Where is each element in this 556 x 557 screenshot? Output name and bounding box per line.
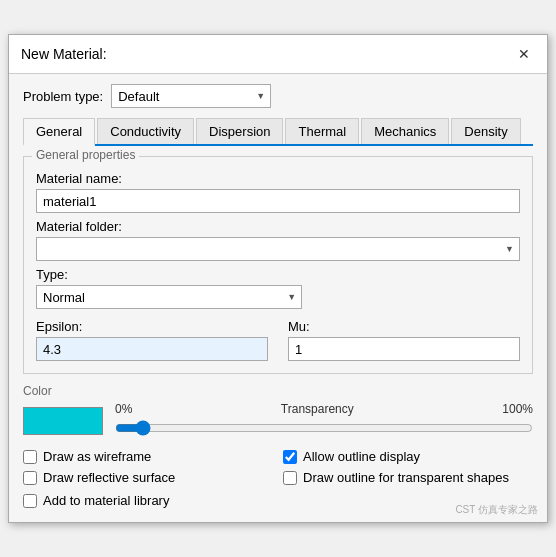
color-section: Color 0% Transparency 100% bbox=[23, 384, 533, 439]
checkbox-outline-row[interactable]: Allow outline display bbox=[283, 449, 533, 464]
problem-type-select[interactable]: Default bbox=[111, 84, 271, 108]
epsilon-input[interactable] bbox=[36, 337, 268, 361]
material-name-label: Material name: bbox=[36, 171, 520, 186]
close-icon: ✕ bbox=[518, 46, 530, 62]
tab-dispersion[interactable]: Dispersion bbox=[196, 118, 283, 144]
checkbox-reflective-label: Draw reflective surface bbox=[43, 470, 175, 485]
tab-general[interactable]: General bbox=[23, 118, 95, 146]
transparency-0pct: 0% bbox=[115, 402, 132, 416]
checkboxes-section: Draw as wireframe Allow outline display … bbox=[23, 449, 533, 485]
tab-density[interactable]: Density bbox=[451, 118, 520, 144]
problem-type-label: Problem type: bbox=[23, 89, 103, 104]
checkbox-wireframe[interactable] bbox=[23, 450, 37, 464]
type-select[interactable]: Normal Metal Dielectric PEC bbox=[36, 285, 302, 309]
close-button[interactable]: ✕ bbox=[513, 43, 535, 65]
checkbox-add-library[interactable] bbox=[23, 494, 37, 508]
group-title: General properties bbox=[32, 148, 139, 162]
checkbox-outline-label: Allow outline display bbox=[303, 449, 420, 464]
checkbox-transparent-outline-row[interactable]: Draw outline for transparent shapes bbox=[283, 470, 533, 485]
tab-thermal[interactable]: Thermal bbox=[285, 118, 359, 144]
checkbox-wireframe-row[interactable]: Draw as wireframe bbox=[23, 449, 273, 464]
transparency-slider[interactable] bbox=[115, 420, 533, 436]
mu-input[interactable] bbox=[288, 337, 520, 361]
checkbox-reflective-row[interactable]: Draw reflective surface bbox=[23, 470, 273, 485]
checkbox-add-library-label: Add to material library bbox=[43, 493, 169, 508]
type-label: Type: bbox=[36, 267, 520, 282]
dialog-title: New Material: bbox=[21, 46, 107, 62]
material-folder-label: Material folder: bbox=[36, 219, 520, 234]
color-swatch[interactable] bbox=[23, 407, 103, 435]
color-label: Color bbox=[23, 384, 533, 398]
checkbox-transparent-outline-label: Draw outline for transparent shapes bbox=[303, 470, 509, 485]
transparency-label: Transparency bbox=[281, 402, 354, 416]
epsilon-label: Epsilon: bbox=[36, 319, 268, 334]
watermark: CST 仿真专家之路 bbox=[455, 503, 538, 517]
tab-mechanics[interactable]: Mechanics bbox=[361, 118, 449, 144]
transparency-section: 0% Transparency 100% bbox=[115, 402, 533, 439]
general-properties-group: General properties Material name: Materi… bbox=[23, 156, 533, 374]
transparency-100pct: 100% bbox=[502, 402, 533, 416]
material-name-input[interactable] bbox=[36, 189, 520, 213]
checkbox-outline[interactable] bbox=[283, 450, 297, 464]
checkbox-wireframe-label: Draw as wireframe bbox=[43, 449, 151, 464]
checkbox-transparent-outline[interactable] bbox=[283, 471, 297, 485]
tab-conductivity[interactable]: Conductivity bbox=[97, 118, 194, 144]
tab-bar: General Conductivity Dispersion Thermal … bbox=[23, 118, 533, 146]
checkbox-add-library-row[interactable]: Add to material library bbox=[23, 493, 169, 508]
material-folder-select[interactable] bbox=[36, 237, 520, 261]
checkbox-reflective[interactable] bbox=[23, 471, 37, 485]
mu-label: Mu: bbox=[288, 319, 520, 334]
